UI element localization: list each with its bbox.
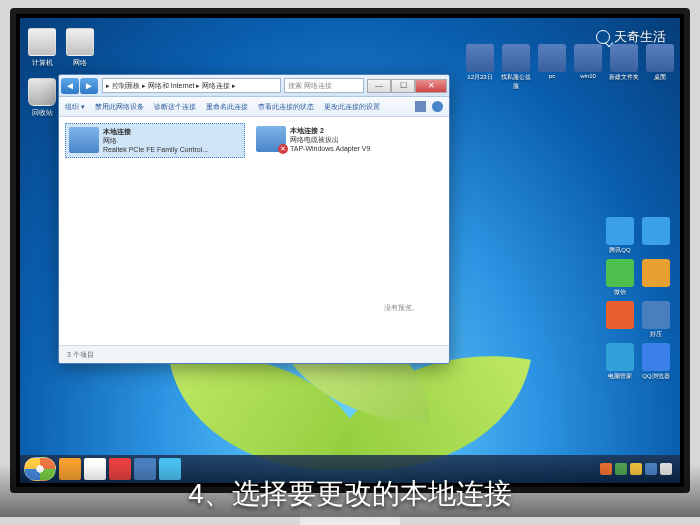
desktop-right-icons: 12月23日找私服公益服pcwin10新建文件夹桌面 腾讯QQ微信好压电脑管家Q… — [464, 44, 680, 381]
diagnose[interactable]: 诊断这个连接 — [154, 102, 196, 112]
desktop-shortcut[interactable] — [640, 217, 672, 255]
desktop-shortcut[interactable]: 找私服公益服 — [500, 44, 532, 91]
close-button[interactable]: ✕ — [415, 79, 447, 93]
toolbar: 组织 ▾ 禁用此网络设备 诊断这个连接 重命名此连接 查看此连接的状态 更改此连… — [59, 97, 449, 117]
help-icon[interactable] — [432, 101, 443, 112]
conn2-sub2: TAP-Windows Adapter V9 — [290, 144, 370, 153]
search-icon — [596, 30, 610, 44]
desktop-shortcut[interactable]: 桌面 — [644, 44, 676, 91]
network-connections-window: ◄ ► ▸ 控制面板 ▸ 网络和 Internet ▸ 网络连接 ▸ 搜索 网络… — [58, 74, 450, 364]
desktop-shortcut[interactable]: pc — [536, 44, 568, 91]
address-bar[interactable]: ▸ 控制面板 ▸ 网络和 Internet ▸ 网络连接 ▸ — [102, 78, 281, 93]
desktop-icon-回收站[interactable]: 回收站 — [26, 78, 58, 118]
tutorial-caption: 4、选择要更改的本地连接 — [0, 463, 700, 517]
desktop-shortcut[interactable]: 好压 — [640, 301, 672, 339]
desktop-shortcut[interactable] — [640, 259, 672, 297]
network-adapter-icon — [69, 127, 99, 153]
desktop-shortcut[interactable]: 腾讯QQ — [604, 217, 636, 255]
disable-device[interactable]: 禁用此网络设备 — [95, 102, 144, 112]
desktop-shortcut[interactable]: 新建文件夹 — [608, 44, 640, 91]
desktop-icon-计算机[interactable]: 计算机 — [26, 28, 58, 68]
view-icon[interactable] — [415, 101, 426, 112]
change-settings[interactable]: 更改此连接的设置 — [324, 102, 380, 112]
desktop[interactable]: 天奇生活 计算机网络回收站 12月23日找私服公益服pcwin10新建文件夹桌面… — [20, 18, 680, 483]
conn2-title: 本地连接 2 — [290, 126, 370, 135]
desktop-icon-网络[interactable]: 网络 — [64, 28, 96, 68]
conn1-sub1: 网络 — [103, 136, 208, 145]
rename[interactable]: 重命名此连接 — [206, 102, 248, 112]
monitor-frame: 天奇生活 计算机网络回收站 12月23日找私服公益服pcwin10新建文件夹桌面… — [10, 8, 690, 493]
minimize-button[interactable]: — — [367, 79, 391, 93]
forward-button[interactable]: ► — [80, 78, 98, 94]
search-input[interactable]: 搜索 网络连接 — [284, 78, 364, 93]
conn1-sub2: Realtek PCIe FE Family Control... — [103, 145, 208, 154]
local-connection-1[interactable]: 本地连接 网络 Realtek PCIe FE Family Control..… — [65, 123, 245, 158]
maximize-button[interactable]: ☐ — [391, 79, 415, 93]
content-area[interactable]: 本地连接 网络 Realtek PCIe FE Family Control..… — [59, 117, 449, 345]
desktop-shortcut[interactable]: 微信 — [604, 259, 636, 297]
conn1-title: 本地连接 — [103, 127, 208, 136]
network-adapter-disconnected-icon — [256, 126, 286, 152]
preview-empty: 没有预览。 — [384, 303, 419, 313]
desktop-shortcut[interactable]: win10 — [572, 44, 604, 91]
desktop-shortcut[interactable]: QQ浏览器 — [640, 343, 672, 381]
organize-menu[interactable]: 组织 ▾ — [65, 102, 85, 112]
status-bar: 3 个项目 — [59, 345, 449, 363]
conn2-sub1: 网络电缆被拔出 — [290, 135, 370, 144]
titlebar[interactable]: ◄ ► ▸ 控制面板 ▸ 网络和 Internet ▸ 网络连接 ▸ 搜索 网络… — [59, 75, 449, 97]
desktop-shortcut[interactable] — [604, 301, 636, 339]
view-status[interactable]: 查看此连接的状态 — [258, 102, 314, 112]
desktop-shortcut[interactable]: 电脑管家 — [604, 343, 636, 381]
local-connection-2[interactable]: 本地连接 2 网络电缆被拔出 TAP-Windows Adapter V9 — [253, 123, 433, 156]
desktop-shortcut[interactable]: 12月23日 — [464, 44, 496, 91]
back-button[interactable]: ◄ — [61, 78, 79, 94]
